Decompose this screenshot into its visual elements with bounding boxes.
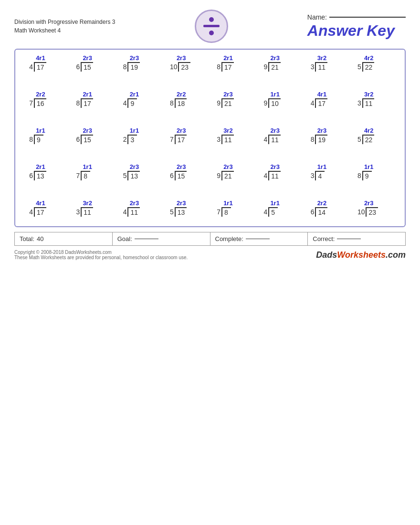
division-problem-2-6: 2r3819 [311,127,344,144]
answer-1-1: 2r1 [76,91,92,98]
division-problem-1-1: 2r1817 [76,91,109,108]
answer-1-0: 2r2 [29,91,45,98]
division-problem-4-6: 2r2614 [311,200,344,217]
division-problem-2-1: 2r3615 [76,127,109,144]
answer-0-1: 2r3 [76,54,92,62]
answer-2-6: 2r3 [311,127,327,134]
dividend-0-7: 22 [362,62,375,72]
division-problem-1-3: 2r2818 [170,91,203,108]
answer-4-5: 1r1 [263,200,280,207]
division-box-2-1: 615 [76,135,93,144]
dividend-1-0: 16 [34,98,46,108]
division-problem-4-7: 2r31023 [357,200,391,217]
answer-1-6: 4r1 [311,91,327,98]
division-problem-0-4: 2r1817 [217,54,250,72]
answer-1-3: 2r2 [170,91,186,98]
division-problem-1-0: 2r2716 [29,91,63,108]
svg-point-0 [209,17,214,22]
com-text: .com [386,250,406,260]
answer-1-7: 3r2 [357,91,374,98]
divisor-3-3: 6 [170,172,174,179]
answer-4-3: 2r3 [170,200,186,207]
name-underline [329,17,406,18]
dividend-0-6: 11 [315,62,327,72]
division-problem-2-4: 3r2311 [217,127,250,144]
complete-label: Complete: [215,235,243,242]
title-line1: Division with Progressive Remainders 3 [14,18,115,26]
dividend-2-4: 11 [221,135,234,144]
footer-complete: Complete: [210,232,308,245]
division-box-2-5: 411 [263,135,280,144]
divisor-2-6: 8 [311,136,315,143]
division-box-1-5: 910 [263,98,280,108]
division-box-2-2: 23 [123,135,137,144]
dividend-1-4: 21 [221,98,234,108]
complete-underline [246,239,270,239]
copyright-line1: Copyright © 2008-2018 DadsWorksheets.com [14,250,188,255]
division-problem-0-6: 3r2311 [311,54,344,72]
division-problem-3-3: 2r3615 [170,163,203,180]
dividend-0-4: 17 [221,62,234,72]
divisor-1-1: 8 [76,99,80,107]
dividend-0-3: 23 [178,62,190,72]
dividend-4-5: 5 [268,207,278,217]
division-problem-0-3: 2r31023 [170,54,203,72]
division-box-4-4: 78 [217,207,231,217]
divisor-4-3: 5 [170,208,174,216]
divisor-0-7: 5 [357,63,361,71]
division-box-4-5: 45 [263,207,278,217]
answer-2-0: 1r1 [29,127,45,134]
division-box-4-7: 1023 [357,207,378,217]
divisor-2-0: 8 [29,136,33,143]
answer-0-7: 4r2 [357,54,374,62]
division-problem-4-1: 3r2311 [76,200,109,217]
svg-rect-1 [203,25,220,27]
divisor-1-4: 9 [217,99,220,107]
divisor-1-7: 3 [357,99,361,107]
dividend-3-7: 9 [362,171,372,180]
divisor-4-4: 7 [217,208,220,216]
dividend-1-7: 11 [362,98,375,108]
answer-1-4: 2r3 [217,91,233,98]
footer-goal: Goal: [113,232,210,245]
division-box-4-6: 614 [311,207,327,217]
division-problem-0-5: 2r3921 [263,54,297,72]
division-problem-4-2: 2r3411 [123,200,157,217]
divisor-1-6: 4 [311,99,315,107]
total-label: Total: [20,235,34,242]
divisor-0-4: 8 [217,63,220,71]
answer-4-0: 4r1 [29,200,45,207]
dividend-2-6: 19 [315,135,327,144]
answer-3-5: 2r3 [263,163,280,170]
division-problem-2-5: 2r3411 [263,127,297,144]
answer-4-1: 3r2 [76,200,92,207]
division-problem-2-3: 2r3717 [170,127,203,144]
answer-0-0: 4r1 [29,54,45,62]
answer-0-2: 2r3 [123,54,139,62]
answer-3-6: 1r1 [311,163,327,170]
dividend-3-1: 8 [81,171,90,180]
division-box-3-0: 613 [29,171,46,180]
division-box-0-0: 417 [29,62,46,72]
division-box-2-7: 522 [357,135,374,144]
answer-2-2: 1r1 [123,127,139,134]
divisor-0-2: 8 [123,63,127,71]
total-value: 40 [37,235,43,242]
dividend-3-4: 21 [221,171,234,180]
answer-3-3: 2r3 [170,163,186,170]
answer-3-4: 2r3 [217,163,233,170]
footer-correct: Correct: [308,232,405,245]
division-box-4-2: 411 [123,207,140,217]
divisor-3-1: 7 [76,172,80,179]
divisor-4-0: 4 [29,208,33,216]
divisor-3-0: 6 [29,172,33,179]
division-icon [200,14,223,38]
divisor-4-6: 6 [311,208,315,216]
division-problem-1-6: 4r1417 [311,91,344,108]
division-problem-0-7: 4r2522 [357,54,391,72]
divisor-2-5: 4 [263,136,267,143]
dads-text: Dads [316,250,337,260]
dividend-3-2: 13 [127,171,140,180]
answer-0-5: 2r3 [263,54,280,62]
answer-4-4: 1r1 [217,200,233,207]
